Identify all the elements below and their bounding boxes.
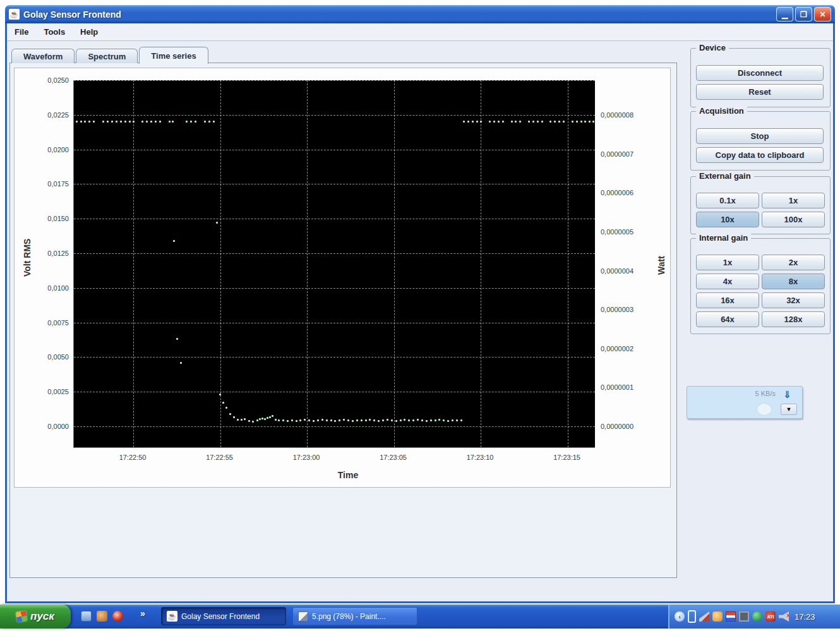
menu-item-file[interactable]: File [15, 27, 28, 37]
v-gridline [481, 80, 481, 447]
data-point [326, 419, 328, 421]
data-point [141, 121, 143, 123]
data-point [435, 419, 436, 421]
display-icon[interactable] [739, 611, 749, 622]
data-point [219, 394, 221, 395]
int-button-8x[interactable]: 8x [762, 274, 825, 289]
int-button-1x[interactable]: 1x [696, 255, 759, 270]
data-point [549, 121, 551, 123]
opera-icon[interactable] [112, 611, 123, 622]
data-point [498, 121, 500, 123]
int-button-4x[interactable]: 4x [696, 274, 759, 289]
show-desktop-icon[interactable] [81, 611, 92, 622]
data-point [88, 121, 90, 123]
java-icon: ☕ [167, 611, 177, 622]
menu-item-help[interactable]: Help [80, 27, 98, 37]
v-gridline [307, 80, 308, 447]
device-button-disconnect[interactable]: Disconnect [696, 65, 824, 81]
data-point [180, 362, 182, 364]
flag-icon[interactable] [726, 611, 736, 622]
widget-dropdown-button[interactable]: ▼ [781, 404, 797, 415]
taskbar-task-1[interactable]: ☕Golay Sensor Frontend [161, 607, 286, 625]
data-point [169, 121, 171, 123]
ext-button-0.1x[interactable]: 0.1x [696, 193, 759, 208]
restore-button[interactable]: ❐ [795, 7, 812, 21]
device-button-reset[interactable]: Reset [696, 84, 824, 100]
window-titlebar[interactable]: ☕ Golay Sensor Frontend ▁ ❐ ✕ [5, 5, 835, 23]
int-button-32x[interactable]: 32x [762, 292, 825, 308]
data-point [222, 402, 224, 404]
y-left-tick-label: 0,0100 [27, 284, 69, 292]
download-speed-widget[interactable]: 5 KB/s ⇓ ▼ [687, 386, 803, 419]
taskbar-task-2[interactable]: 5.png (78%) - Paint.... [292, 607, 417, 625]
acq-button-copy-data-to-clipboard[interactable]: Copy data to clipboard [696, 147, 824, 163]
data-point [589, 121, 591, 123]
data-point [438, 419, 440, 421]
menu-item-tools[interactable]: Tools [44, 27, 65, 37]
close-button[interactable]: ✕ [814, 7, 831, 21]
h-gridline [74, 184, 595, 184]
ext-button-100x[interactable]: 100x [762, 212, 825, 227]
plot-area[interactable] [73, 80, 595, 448]
data-point [412, 419, 414, 421]
data-point [343, 419, 345, 421]
y-left-tick-label: 0,0150 [27, 215, 69, 222]
h-gridline [74, 150, 595, 150]
data-point [155, 121, 157, 123]
data-point [456, 419, 458, 421]
data-point [572, 121, 573, 123]
int-button-2x[interactable]: 2x [762, 255, 825, 270]
ati-icon[interactable]: ATI [765, 611, 776, 622]
y-right-tick-label: 0,0000000 [601, 423, 633, 430]
data-point [159, 121, 161, 123]
task-label: Golay Sensor Frontend [181, 612, 260, 621]
ext-button-10x[interactable]: 10x [696, 212, 759, 227]
signal-strength-icon[interactable] [699, 611, 709, 622]
volume-muted-icon[interactable]: × [779, 611, 789, 622]
data-point [580, 121, 582, 123]
data-point [225, 407, 227, 409]
v-gridline [133, 80, 134, 447]
network-globe-icon[interactable] [752, 611, 762, 622]
start-button[interactable]: пуск [0, 605, 71, 629]
data-point [528, 121, 530, 123]
data-point [382, 419, 384, 421]
data-point [476, 121, 478, 123]
data-point [408, 419, 410, 421]
data-point [537, 121, 539, 123]
data-point [472, 121, 474, 123]
hide-icons-icon[interactable]: ‹ [675, 611, 685, 622]
tab-strip: WaveformSpectrumTime series [11, 47, 210, 64]
acq-button-stop[interactable]: Stop [696, 128, 824, 144]
data-point [489, 121, 491, 123]
taskbar: пуск » ☕Golay Sensor Frontend5.png (78%)… [0, 605, 840, 629]
battery-icon[interactable] [688, 610, 696, 623]
data-point [317, 419, 319, 421]
int-button-128x[interactable]: 128x [762, 311, 825, 327]
quick-launch-overflow-chevron[interactable]: » [140, 608, 145, 618]
data-point [252, 421, 254, 423]
data-point [452, 419, 453, 421]
x-tick-label: 17:23:05 [367, 454, 420, 461]
windows-flag-icon [16, 611, 27, 622]
data-point [146, 121, 148, 123]
data-point [176, 338, 178, 340]
agent-icon[interactable] [712, 611, 723, 622]
tab-time-series[interactable]: Time series [139, 47, 208, 64]
device-group: Device DisconnectReset [690, 48, 831, 107]
data-point [172, 121, 174, 123]
y-left-tick-label: 0,0225 [27, 111, 69, 119]
tab-waveform[interactable]: Waveform [11, 49, 75, 63]
ext-button-1x[interactable]: 1x [762, 193, 825, 208]
external-gain-group-title: External gain [696, 171, 754, 181]
h-gridline [74, 253, 595, 254]
minimize-button[interactable]: ▁ [776, 7, 793, 21]
widget-logo-icon [757, 403, 772, 416]
chat-icon[interactable] [97, 611, 107, 622]
data-point [111, 121, 113, 123]
start-button-label: пуск [30, 610, 54, 623]
int-button-64x[interactable]: 64x [696, 311, 759, 327]
data-point [352, 420, 354, 422]
int-button-16x[interactable]: 16x [696, 292, 759, 308]
tab-spectrum[interactable]: Spectrum [76, 49, 138, 63]
